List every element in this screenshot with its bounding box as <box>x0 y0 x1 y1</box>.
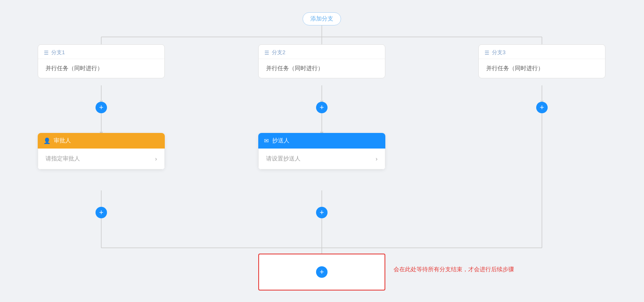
branch3-body: 并行任务（同时进行） <box>479 59 605 78</box>
branch1-body: 并行任务（同时进行） <box>38 59 164 78</box>
branch2-body: 并行任务（同时进行） <box>259 59 385 78</box>
add-step-after-approver[interactable] <box>96 207 107 218</box>
approver-body[interactable]: 请指定审批人 › <box>38 149 165 169</box>
branch-card-2: ☰ 分支2 并行任务（同时进行） <box>258 44 385 78</box>
branch-card-1: ☰ 分支1 并行任务（同时进行） <box>38 44 165 78</box>
menu-icon-3: ☰ <box>485 50 489 56</box>
approver-title: 审批人 <box>54 137 71 144</box>
cc-title: 抄送人 <box>272 137 289 144</box>
branch3-title: 分支3 <box>492 49 505 56</box>
chevron-right-icon-cc: › <box>375 156 378 162</box>
user-icon: 👤 <box>43 137 50 144</box>
cc-body[interactable]: 请设置抄送人 › <box>258 149 385 169</box>
approver-placeholder: 请指定审批人 <box>46 155 80 162</box>
merge-box <box>258 254 385 291</box>
merge-notice: 会在此处等待所有分支结束，才会进行后续步骤 <box>394 266 514 273</box>
branch2-title: 分支2 <box>272 49 285 56</box>
chevron-right-icon: › <box>155 156 157 162</box>
branch2-header: ☰ 分支2 <box>259 45 385 59</box>
approver-header: 👤 审批人 <box>38 133 165 149</box>
add-step-after-merge[interactable] <box>316 266 328 278</box>
approver-node[interactable]: 👤 审批人 请指定审批人 › <box>38 133 165 169</box>
add-branch-button[interactable]: 添加分支 <box>303 12 341 25</box>
cc-header: ✉ 抄送人 <box>258 133 385 149</box>
add-step-after-branch3[interactable] <box>536 102 548 113</box>
add-step-after-branch2[interactable] <box>316 102 328 113</box>
send-icon: ✉ <box>264 137 269 144</box>
menu-icon-2: ☰ <box>264 50 269 56</box>
branch3-header: ☰ 分支3 <box>479 45 605 59</box>
workflow-canvas: 添加分支 ☰ 分支1 并行任务（同时进行） ☰ 分支2 并行任务（同时进行） ☰… <box>0 0 644 302</box>
branch1-header: ☰ 分支1 <box>38 45 164 59</box>
menu-icon: ☰ <box>44 50 49 56</box>
cc-placeholder: 请设置抄送人 <box>266 155 300 162</box>
add-step-after-cc[interactable] <box>316 207 328 218</box>
cc-node[interactable]: ✉ 抄送人 请设置抄送人 › <box>258 133 385 169</box>
branch-card-3: ☰ 分支3 并行任务（同时进行） <box>478 44 605 78</box>
branch1-title: 分支1 <box>51 49 65 56</box>
add-step-after-branch1[interactable] <box>96 102 107 113</box>
